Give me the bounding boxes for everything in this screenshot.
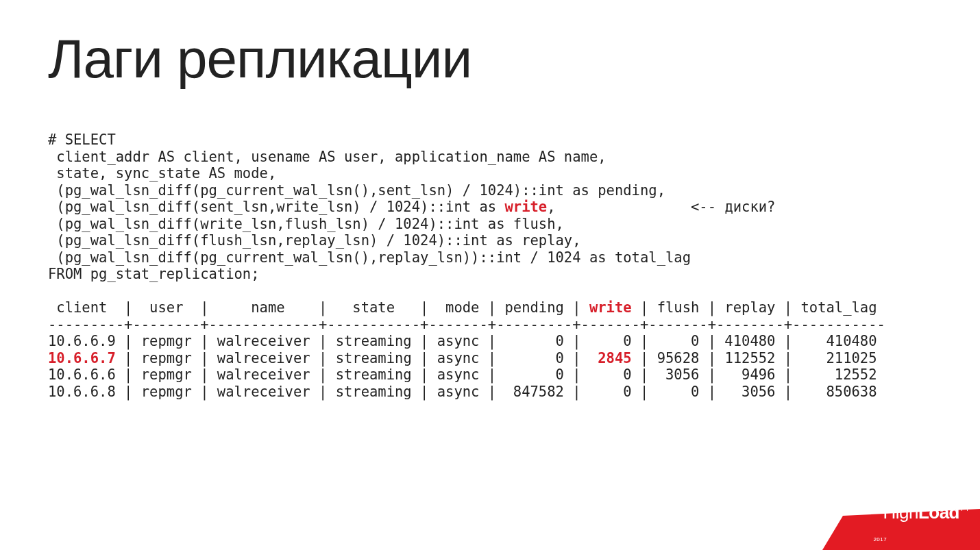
logo-plus: ++	[959, 504, 970, 514]
sql-line: (pg_wal_lsn_diff(write_lsn,flush_lsn) / …	[48, 216, 564, 232]
table-row-part: | 95628 | 112552 | 211025	[632, 350, 877, 366]
highlight-write-val: 2845	[598, 350, 631, 366]
table-row: 10.6.6.8 | repmgr | walreceiver | stream…	[48, 384, 877, 400]
sql-line: (pg_wal_lsn_diff(flush_lsn,replay_lsn) /…	[48, 232, 581, 249]
sql-line: (pg_wal_lsn_diff(pg_current_wal_lsn(),se…	[48, 182, 665, 199]
highload-logo: HighLoad++2017	[822, 509, 980, 550]
table-separator: ---------+--------+-------------+-------…	[48, 316, 885, 333]
logo-year: 2017	[873, 536, 887, 542]
sql-line: state, sync_state AS mode,	[48, 165, 276, 182]
sql-line-part: , <-- диски?	[547, 199, 775, 215]
logo-bold: Load	[918, 502, 959, 523]
logo-text: HighLoad++2017	[883, 502, 970, 545]
sql-line: # SELECT	[48, 132, 116, 148]
sql-line-part: (pg_wal_lsn_diff(sent_lsn,write_lsn) / 1…	[48, 199, 504, 215]
table-header-part: | flush | replay | total_lag	[632, 299, 877, 316]
sql-line: (pg_wal_lsn_diff(pg_current_wal_lsn(),re…	[48, 249, 691, 266]
table-row: 10.6.6.9 | repmgr | walreceiver | stream…	[48, 333, 877, 349]
table-row-part: | repmgr | walreceiver | streaming | asy…	[116, 350, 598, 366]
slide-title: Лаги репликации	[48, 27, 932, 90]
logo-thin: High	[883, 502, 918, 523]
highlight-write: write	[504, 199, 547, 215]
table-row: 10.6.6.6 | repmgr | walreceiver | stream…	[48, 366, 877, 383]
highlight-write-col: write	[589, 299, 632, 316]
sql-line: client_addr AS client, usename AS user, …	[48, 149, 607, 165]
sql-query-block: # SELECT client_addr AS client, usename …	[48, 132, 932, 400]
sql-line: FROM pg_stat_replication;	[48, 266, 260, 282]
highlight-client: 10.6.6.7	[48, 350, 116, 366]
slide: Лаги репликации # SELECT client_addr AS …	[0, 0, 980, 550]
table-header-part: client | user | name | state | mode | pe…	[48, 299, 589, 316]
